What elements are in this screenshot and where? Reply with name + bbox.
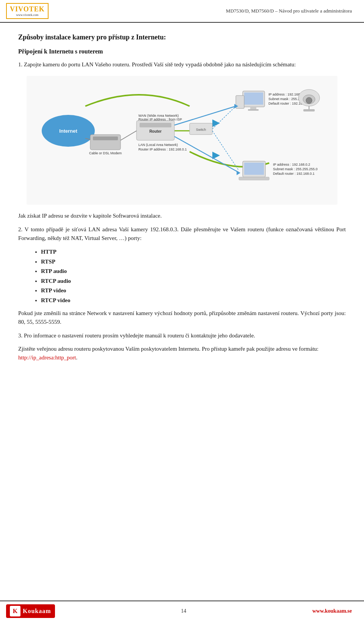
list-item: HTTP [41,247,346,257]
step2-number: 2. [18,226,25,232]
network-note: Pokud jste změnili na stránce Network v … [18,309,346,327]
diagram-caption: Jak získat IP adresu se dozvíte v kapito… [18,212,346,220]
step2-text: 2. V tomto případě je síťová LAN adresa … [18,225,346,243]
list-item: RTP audio [41,267,346,276]
header-title: MD7530/D, MD7560/D – Návod pro uživatele… [226,8,352,14]
svg-rect-9 [140,123,171,127]
svg-text:Cable or DSL Modem: Cable or DSL Modem [89,151,122,155]
k-icon: K [10,606,20,616]
step3-address-prefix: Zjistěte veřejnou adresu routeru poskyto… [18,346,318,352]
step3-link-end: . [76,354,77,361]
logo-text: VIVOTEK [10,5,45,13]
main-content: Způsoby instalace kamery pro přístup z I… [0,23,364,389]
svg-point-25 [306,97,312,104]
ip-address-link[interactable]: http://ip_adresa:http_port [18,354,76,361]
list-item: RTCP audio [41,276,346,286]
svg-text:Router: Router [149,129,162,133]
list-item: RTSP [41,257,346,267]
step3-number: 3. [18,332,24,339]
logo-area: VIVOTEK www.vivotek.com [6,3,49,19]
koukaam-logo: K Koukaam [6,604,55,618]
logo-url: www.vivotek.com [16,13,39,17]
step1-body: Zapojte kameru do portu LAN Vašeho route… [24,61,130,67]
svg-text:Switch: Switch [196,128,206,132]
step1-cont-text: Prostředí Vaší sítě tedy vypadá obdobně … [132,61,296,67]
network-diagram: Internet Cable or DSL Modem Router WAN (… [27,76,337,205]
step3-router-text: Pro informace o nastavení routeru prosím… [24,332,255,339]
port-list: HTTP RTSP RTP audio RTCP audio RTP video… [41,247,346,305]
svg-rect-27 [303,109,315,111]
vivotek-logo: VIVOTEK www.vivotek.com [6,3,49,19]
footer-website: www.koukaam.se [312,608,352,614]
step3-router-info: 3. Pro informace o nastavení routeru pro… [18,331,346,340]
svg-text:Subnet mask : 255.255.255.0: Subnet mask : 255.255.255.0 [273,167,318,171]
section-heading: Připojení k Internetu s routerem [18,48,346,55]
svg-text:Router IP address : from ISP: Router IP address : from ISP [138,118,182,121]
svg-text:IP address : 192.168.0.2: IP address : 192.168.0.2 [273,163,310,166]
svg-text:Router IP address : 192.168.0.: Router IP address : 192.168.0.1 [138,147,187,151]
svg-text:Default router : 192.168.0.1: Default router : 192.168.0.1 [273,172,315,176]
svg-rect-6 [93,136,118,140]
svg-text:WAN (Wide Area Network): WAN (Wide Area Network) [138,114,179,118]
page-number: 14 [181,608,186,614]
svg-text:Internet: Internet [59,128,77,134]
network-diagram-container: Internet Cable or DSL Modem Router WAN (… [18,76,346,205]
footer-logo-area: K Koukaam [6,604,55,618]
list-item: RTP video [41,286,346,296]
svg-text:LAN (Local Area Network): LAN (Local Area Network) [138,143,178,147]
page-footer: K Koukaam 14 www.koukaam.se [0,601,364,621]
page-header: VIVOTEK www.vivotek.com MD7530/D, MD7560… [0,0,364,23]
step1-number: 1. [18,61,22,67]
step2-body: V tomto případě je síťová LAN adresa Vaš… [18,226,346,241]
svg-rect-29 [244,163,264,175]
page-heading: Způsoby instalace kamery pro přístup z I… [18,33,346,41]
svg-rect-16 [244,93,263,105]
brand-name: Koukaam [23,608,51,615]
svg-rect-30 [239,177,269,180]
svg-rect-18 [248,109,259,111]
list-item: RTCP video [41,296,346,306]
step3-address-info: Zjistěte veřejnou adresu routeru poskyto… [18,345,346,362]
step1-text: 1. Zapojte kameru do portu LAN Vašeho ro… [18,60,346,69]
